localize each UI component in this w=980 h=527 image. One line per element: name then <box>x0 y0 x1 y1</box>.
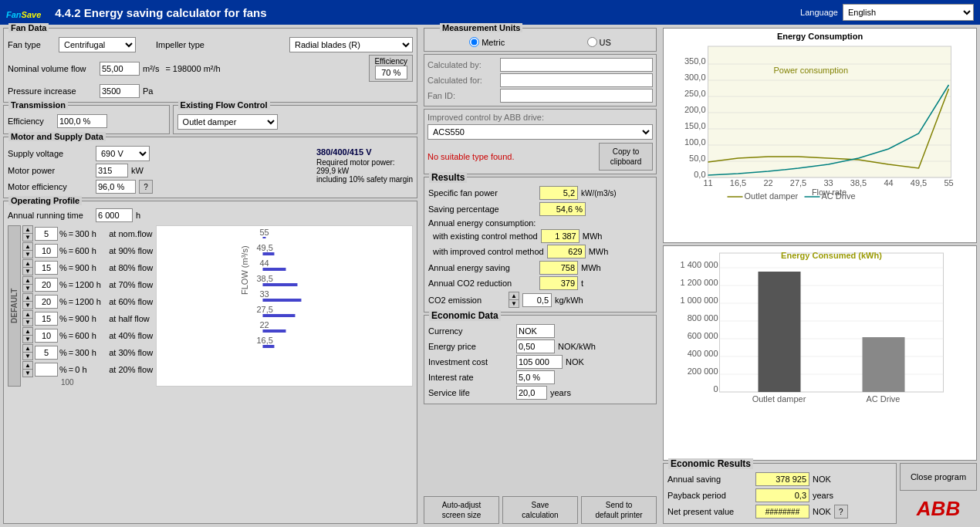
transmission-eff-input[interactable] <box>57 114 107 128</box>
sfp-unit: kW/(m3/s) <box>581 189 617 198</box>
close-program-btn[interactable]: Close program <box>900 463 977 491</box>
op-pct-6[interactable] <box>35 312 58 326</box>
auto-adjust-btn[interactable]: Auto-adjust screen size <box>424 496 499 524</box>
co2-spinner[interactable]: ▲ ▼ <box>509 292 519 308</box>
motor-power-input[interactable] <box>96 164 128 177</box>
op-pct-1[interactable] <box>35 227 58 241</box>
spinner-2[interactable]: ▲ ▼ <box>22 242 33 258</box>
fan-type-select[interactable]: Centrifugal <box>59 37 136 52</box>
pressure-input[interactable] <box>100 84 140 98</box>
motor-help-btn[interactable]: ? <box>139 180 153 194</box>
svg-text:600 000: 600 000 <box>688 331 718 340</box>
op-pct-3[interactable] <box>35 261 58 275</box>
flow-control-select[interactable]: Outlet damper <box>177 114 278 130</box>
spinner-1[interactable]: ▲ ▼ <box>22 225 33 242</box>
spinner-8[interactable]: ▲ ▼ <box>22 344 33 360</box>
copy-clipboard-btn[interactable]: Copy to clipboard <box>599 143 653 171</box>
er-help-btn[interactable]: ? <box>834 505 848 519</box>
economic-data-title: Economic Data <box>429 310 501 321</box>
operating-profile-section: Operating Profile Annual running time h … <box>3 201 417 524</box>
us-radio-label[interactable]: US <box>587 37 611 47</box>
investment-input[interactable] <box>516 355 563 369</box>
supply-voltage-select[interactable]: 690 V <box>96 146 150 161</box>
interest-input[interactable] <box>516 370 555 384</box>
service-unit: years <box>550 388 571 397</box>
er-annual-label: Annual saving <box>667 475 752 484</box>
calc-for-label: Calculated for: <box>427 76 497 85</box>
op-pct-2[interactable] <box>35 244 58 258</box>
svg-rect-13 <box>263 314 296 317</box>
voltage-alt: 380/400/415 V <box>316 147 413 157</box>
spinner-6[interactable]: ▲ ▼ <box>22 310 33 326</box>
op-pct-5[interactable] <box>35 295 58 309</box>
metric-radio-label[interactable]: Metric <box>469 37 505 47</box>
annual-running-label: Annual running time <box>8 211 93 220</box>
energy-chart-title: Energy Consumption <box>667 32 973 41</box>
op-pct-4[interactable] <box>35 278 58 292</box>
er-npv-label: Net present value <box>667 507 752 516</box>
fan-type-label: Fan type <box>8 40 54 49</box>
motor-eff-input[interactable] <box>96 180 136 194</box>
calc-by-input[interactable] <box>500 58 653 72</box>
annual-saving-value: 758 <box>539 261 578 275</box>
abb-logo: ABB <box>900 494 977 524</box>
calc-by-label: Calculated by: <box>427 60 497 69</box>
annual-running-input[interactable] <box>96 208 133 222</box>
co2-reduction-unit: t <box>581 279 583 288</box>
motor-power-unit: kW <box>131 166 144 175</box>
us-radio[interactable] <box>587 37 597 47</box>
svg-text:1 400 000: 1 400 000 <box>681 260 718 269</box>
spinner-4[interactable]: ▲ ▼ <box>22 276 33 292</box>
saving-pct-label: Saving percentage <box>428 204 536 214</box>
op-pct-9[interactable] <box>35 363 58 377</box>
motor-title: Motor and Supply Data <box>8 132 106 141</box>
language-select[interactable]: English <box>843 4 974 21</box>
efficiency-input[interactable] <box>375 66 407 79</box>
calc-for-input[interactable] <box>500 73 653 87</box>
op-pct-7[interactable] <box>35 329 58 343</box>
pressure-label: Pressure increase <box>8 86 96 96</box>
svg-rect-67 <box>863 337 905 392</box>
op-pct-8[interactable] <box>35 346 58 360</box>
currency-label: Currency <box>428 326 513 336</box>
existing-flow-title: Existing Flow Control <box>178 100 270 110</box>
fan-id-input[interactable] <box>500 89 653 103</box>
spinner-7[interactable]: ▲ ▼ <box>22 327 33 343</box>
pressure-unit: Pa <box>143 86 153 96</box>
save-calc-btn[interactable]: Save calculation <box>502 496 578 524</box>
spinner-9[interactable]: ▲ ▼ <box>22 361 33 377</box>
impeller-type-label: Impeller type <box>156 40 204 49</box>
svg-rect-66 <box>759 272 801 392</box>
existing-flow-section: Existing Flow Control Outlet damper <box>173 105 417 134</box>
op-row: ▲ ▼ % = 1200 h at 60% flow <box>22 293 153 309</box>
required-power-label: Required motor power: <box>316 158 413 167</box>
nominal-volume-unit: m²/s <box>143 64 159 73</box>
svg-text:0: 0 <box>713 384 718 394</box>
svg-text:49,5: 49,5 <box>257 243 273 252</box>
currency-input[interactable] <box>516 324 555 338</box>
metric-radio[interactable] <box>469 37 479 47</box>
svg-text:44: 44 <box>260 258 269 268</box>
er-npv-unit: NOK <box>813 507 831 516</box>
drive-select[interactable]: ACS550 <box>427 124 653 140</box>
svg-text:Outlet damper: Outlet damper <box>752 394 806 404</box>
supply-voltage-label: Supply voltage <box>8 149 93 158</box>
svg-text:16,5: 16,5 <box>257 336 273 345</box>
svg-text:400 000: 400 000 <box>688 349 718 358</box>
improved-control-section: Improved control by ABB drive: ACS550 No… <box>424 109 657 174</box>
svg-text:100,0: 100,0 <box>684 137 706 147</box>
service-input[interactable] <box>516 386 547 400</box>
send-printer-btn[interactable]: Send to default printer <box>581 496 657 524</box>
spinner-3[interactable]: ▲ ▼ <box>22 259 33 275</box>
impeller-type-select[interactable]: Radial blades (R) <box>289 37 413 52</box>
existing-method-value: 1 387 <box>541 229 580 243</box>
energy-price-input[interactable] <box>516 340 555 353</box>
svg-text:38,5: 38,5 <box>850 178 867 187</box>
svg-text:27,5: 27,5 <box>257 305 273 314</box>
svg-text:350,0: 350,0 <box>684 56 706 66</box>
energy-price-unit: NOK/kWh <box>558 342 596 351</box>
er-payback-value: 0,3 <box>755 488 809 502</box>
spinner-5[interactable]: ▲ ▼ <box>22 293 33 309</box>
investment-unit: NOK <box>566 357 584 367</box>
nominal-volume-input[interactable]: 55,00 <box>100 62 140 76</box>
